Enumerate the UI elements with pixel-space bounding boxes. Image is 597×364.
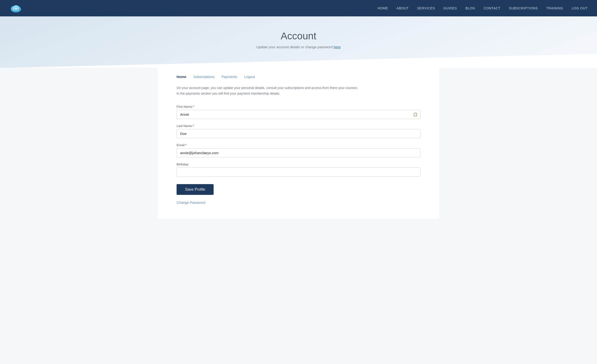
- subnav-subscriptions[interactable]: Subscriptions: [193, 75, 215, 79]
- page-title: Account: [5, 30, 592, 42]
- nav-blog[interactable]: BLOG: [465, 6, 475, 10]
- first-name-wrapper: 📋: [177, 110, 420, 119]
- address-card-icon: 📋: [413, 112, 418, 117]
- nav-guides[interactable]: GUIDES: [443, 6, 457, 10]
- nav-about[interactable]: ABOUT: [397, 6, 409, 10]
- first-name-input[interactable]: [177, 110, 420, 119]
- hero-link[interactable]: here: [334, 45, 341, 49]
- nav-logout[interactable]: LOG OUT: [572, 6, 588, 10]
- birthday-label: Birthday:: [177, 163, 420, 166]
- first-name-label: First Name:*: [177, 105, 420, 108]
- save-profile-button[interactable]: Save Profile: [177, 184, 214, 195]
- nav-home[interactable]: HOME: [377, 6, 388, 10]
- last-name-group: Last Name:*: [177, 124, 420, 138]
- subnav-payments[interactable]: Payments: [222, 75, 237, 79]
- last-name-input[interactable]: [177, 129, 420, 138]
- last-name-label: Last Name:*: [177, 124, 420, 128]
- hero-subtitle: Update your account details or change pa…: [5, 45, 592, 49]
- profile-form: First Name:* 📋 Last Name:* Email:* Birth…: [177, 105, 420, 200]
- sub-navigation: Home Subscriptions Payments Logout: [177, 75, 420, 79]
- nav-subscriptions[interactable]: SUBSCRIPTIONS: [509, 6, 538, 10]
- account-description: On your account page, you can update you…: [177, 85, 420, 97]
- subnav-logout[interactable]: Logout: [244, 75, 255, 79]
- main-content: Home Subscriptions Payments Logout On yo…: [158, 68, 439, 219]
- email-input[interactable]: [177, 148, 420, 157]
- email-group: Email:*: [177, 143, 420, 157]
- hero-section: Account Update your account details or c…: [0, 16, 597, 68]
- change-password-link[interactable]: Change Password: [177, 200, 420, 205]
- svg-point-5: [14, 9, 15, 10]
- svg-point-7: [17, 9, 18, 10]
- nav-training[interactable]: TRAINING: [546, 6, 564, 10]
- subnav-home[interactable]: Home: [177, 75, 186, 79]
- email-label: Email:*: [177, 143, 420, 147]
- birthday-group: Birthday:: [177, 163, 420, 177]
- birthday-input[interactable]: [177, 167, 420, 177]
- nav-links: HOME ABOUT SERVICES GUIDES BLOG CONTACT …: [377, 6, 588, 10]
- navbar: HOME ABOUT SERVICES GUIDES BLOG CONTACT …: [0, 0, 597, 16]
- logo[interactable]: [9, 3, 23, 13]
- first-name-group: First Name:* 📋: [177, 105, 420, 119]
- nav-contact[interactable]: CONTACT: [484, 6, 501, 10]
- nav-services[interactable]: SERVICES: [417, 6, 435, 10]
